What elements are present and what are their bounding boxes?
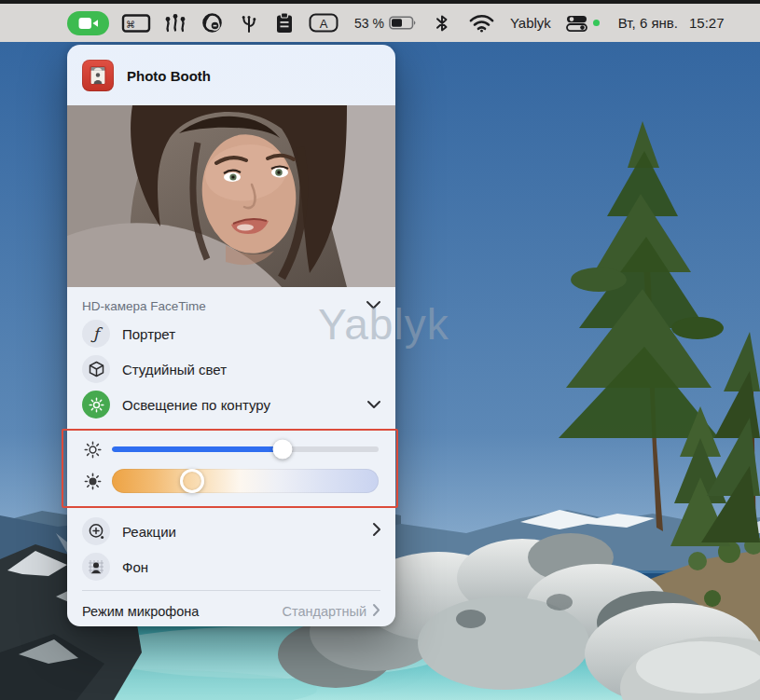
brightness-slider[interactable] xyxy=(112,436,379,462)
effect-portrait-row[interactable]: ƒ Портрет xyxy=(67,316,395,351)
panel-header: Photo Booth xyxy=(67,45,395,105)
command-window-icon[interactable]: ⌘ xyxy=(121,13,151,34)
video-camera-icon xyxy=(78,17,99,30)
input-letter: A xyxy=(320,17,328,31)
chevron-down-icon xyxy=(366,299,381,313)
brightness-slider-row xyxy=(82,436,379,462)
battery-icon xyxy=(389,16,417,30)
face-icon[interactable] xyxy=(201,12,224,34)
chevron-right-icon xyxy=(372,603,380,620)
warmth-sun-icon xyxy=(82,473,103,490)
background-row[interactable]: Фон xyxy=(67,549,395,584)
photo-booth-app-icon xyxy=(82,60,114,91)
status-green-dot xyxy=(593,20,600,26)
background-icon xyxy=(82,553,110,581)
warmth-slider-row xyxy=(82,465,379,497)
camera-name-label: HD-камера FaceTime xyxy=(82,299,206,313)
mic-mode-value: Стандартный xyxy=(283,604,366,619)
effect-studio-light-row[interactable]: Студийный свет xyxy=(67,351,395,387)
camera-active-indicator[interactable] xyxy=(67,11,109,35)
contour-light-icon xyxy=(82,391,110,419)
reactions-row[interactable]: Реакции xyxy=(67,514,395,549)
yablyk-label: Yablyk xyxy=(510,15,551,31)
battery-status[interactable]: 53 % xyxy=(354,16,417,31)
camera-selector-row[interactable]: HD-камера FaceTime xyxy=(67,287,395,316)
light-sliders-group xyxy=(67,430,395,506)
mic-mode-label: Режим микрофона xyxy=(82,604,199,619)
keys-icon[interactable] xyxy=(163,12,187,34)
bluetooth-icon[interactable] xyxy=(435,14,449,33)
reactions-label: Реакции xyxy=(122,524,176,540)
date-label: Вт, 6 янв. xyxy=(618,15,678,31)
time-label: 15:27 xyxy=(689,15,725,31)
toggles-icon xyxy=(565,14,589,33)
brightness-thumb[interactable] xyxy=(273,440,293,460)
toggles-menu-item[interactable] xyxy=(565,14,600,33)
effect-portrait-label: Портрет xyxy=(122,326,175,342)
clipboard-icon[interactable] xyxy=(274,12,295,34)
mic-mode-row[interactable]: Режим микрофона Стандартный xyxy=(67,591,395,632)
camera-preview xyxy=(67,105,395,287)
battery-percent-label: 53 % xyxy=(354,16,384,31)
effect-contour-light-row[interactable]: Освещение по контуру xyxy=(67,387,395,422)
video-effects-panel: Photo Booth xyxy=(67,45,395,626)
f-stop-icon: ƒ xyxy=(82,320,110,348)
warmth-thumb[interactable] xyxy=(180,469,204,493)
brightness-sun-icon xyxy=(82,441,103,459)
cube-icon xyxy=(82,355,110,383)
svg-text:⌘: ⌘ xyxy=(126,19,135,29)
background-label: Фон xyxy=(122,559,148,575)
menubar-app-yablyk[interactable]: Yablyk xyxy=(510,15,551,31)
chevron-right-icon xyxy=(372,522,381,541)
effect-studio-light-label: Студийный свет xyxy=(122,362,227,377)
chevron-down-icon xyxy=(366,396,381,413)
effect-contour-light-label: Освещение по контуру xyxy=(122,397,270,413)
menu-bar: ⌘ A 53 % Ya xyxy=(0,0,760,42)
wifi-icon[interactable] xyxy=(469,14,494,33)
panel-title: Photo Booth xyxy=(127,68,211,84)
warmth-slider[interactable] xyxy=(112,465,379,497)
brightness-fill xyxy=(112,446,283,452)
sprout-icon[interactable] xyxy=(238,12,260,34)
reactions-icon xyxy=(82,517,110,545)
menubar-clock[interactable]: Вт, 6 янв. 15:27 xyxy=(618,15,725,31)
input-source-icon[interactable]: A xyxy=(309,13,339,33)
